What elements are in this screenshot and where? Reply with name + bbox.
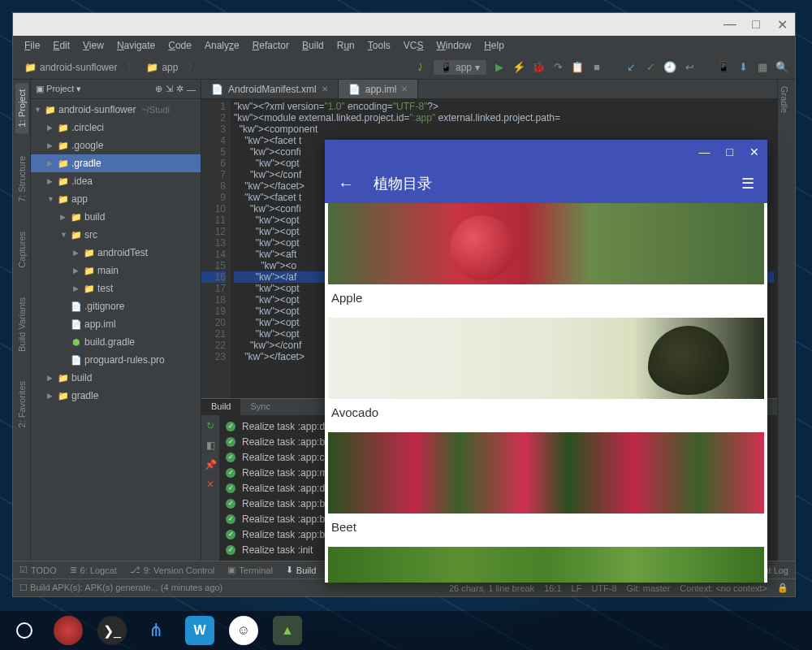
menu-vcs[interactable]: VCS [399, 38, 429, 53]
menu-analyze[interactable]: Analyze [200, 38, 244, 53]
clear-icon[interactable]: ✕ [206, 479, 214, 490]
vcs-update-icon[interactable]: ↙ [624, 61, 637, 74]
project-tree[interactable]: ▼📁android-sunflower~/Studi▶📁.circleci▶📁.… [31, 99, 201, 561]
tree-item[interactable]: ▶📁.gradle [31, 154, 201, 172]
tree-item[interactable]: ▼📁src [31, 226, 201, 244]
vcs-history-icon[interactable]: 🕘 [663, 61, 676, 74]
plant-list-item[interactable]: Avocado [328, 318, 764, 422]
tree-item[interactable]: ▼📁app [31, 190, 201, 208]
plant-list-item[interactable] [328, 547, 764, 583]
back-icon[interactable]: ← [338, 175, 354, 193]
vscode-icon[interactable]: ⋔ [141, 616, 171, 645]
tree-root[interactable]: ▼📁android-sunflower~/Studi [31, 101, 201, 119]
build-tab-build[interactable]: Build [201, 399, 240, 415]
attach-debugger-icon[interactable]: 📋 [571, 61, 584, 74]
tree-item[interactable]: ▶📁main [31, 262, 201, 280]
tree-item[interactable]: 📄.gitignore [31, 297, 201, 315]
plant-list-item[interactable]: Beet [328, 432, 764, 537]
status-line-separator[interactable]: LF [572, 583, 582, 593]
tool-window-build-variants[interactable]: Build Variants [15, 291, 28, 358]
tree-item[interactable]: ▶📁.idea [31, 172, 201, 190]
tool-window-favorites[interactable]: 2: Favorites [15, 375, 28, 434]
taskbar-app-icon[interactable]: ☺ [229, 616, 258, 645]
toggle-view-icon[interactable]: ◧ [206, 440, 215, 451]
status-git-branch[interactable]: Git: master [627, 583, 671, 593]
project-view-selector[interactable]: ▣ Project ▾ [36, 84, 81, 94]
sdk-manager-icon[interactable]: ⬇ [736, 61, 749, 74]
tool-window-build[interactable]: ⬇ Build [286, 565, 316, 575]
make-project-icon[interactable]: ⤸ [414, 61, 427, 74]
plant-list[interactable]: Apple Avocado Beet [325, 203, 767, 583]
debug-button[interactable]: 🐞 [532, 61, 545, 74]
status-position[interactable]: 16:1 [544, 583, 561, 593]
editor-tab[interactable]: 📄AndroidManifest.xml✕ [201, 80, 339, 98]
launcher-icon[interactable] [10, 616, 39, 645]
status-context[interactable]: Context: <no context> [680, 583, 767, 593]
menu-build[interactable]: Build [297, 38, 329, 53]
build-tab-sync[interactable]: Sync [240, 399, 279, 415]
tool-window-todo[interactable]: ☑ TODO [19, 565, 57, 575]
menu-refactor[interactable]: Refactor [248, 38, 294, 53]
taskbar-app-icon[interactable] [54, 616, 83, 645]
breadcrumb-module[interactable]: 📁 app [141, 60, 183, 75]
tree-item[interactable]: ▶📁build [31, 208, 201, 226]
menu-code[interactable]: Code [163, 38, 197, 53]
filter-icon[interactable]: ☰ [741, 175, 754, 193]
menu-tools[interactable]: Tools [363, 38, 395, 53]
tool-window-structure[interactable]: 7: Structure [15, 150, 28, 209]
run-configuration-selector[interactable]: 📱 app ▾ [434, 60, 486, 75]
pin-icon[interactable]: 📌 [205, 459, 217, 470]
stop-button[interactable]: ■ [590, 61, 603, 74]
tree-item[interactable]: ▶📁gradle [31, 387, 201, 405]
menu-view[interactable]: View [78, 38, 109, 53]
menu-help[interactable]: Help [479, 38, 509, 53]
close-tab-icon[interactable]: ✕ [322, 84, 328, 93]
vcs-commit-icon[interactable]: ✓ [644, 61, 657, 74]
tree-item[interactable]: ▶📁build [31, 369, 201, 387]
tree-item[interactable]: ▶📁.circleci [31, 119, 201, 136]
panel-settings-icon[interactable]: ✲ [176, 84, 184, 94]
tree-item[interactable]: 📄proguard-rules.pro [31, 351, 201, 369]
tree-item[interactable]: 📄app.iml [31, 315, 201, 333]
maximize-button[interactable]: □ [746, 16, 766, 32]
menu-edit[interactable]: Edit [48, 38, 75, 53]
avd-manager-icon[interactable]: 📱 [717, 61, 730, 74]
tool-window-vcs[interactable]: ⎇ 9: Version Control [130, 565, 214, 575]
tree-item[interactable]: ⬢build.gradle [31, 333, 201, 351]
menu-file[interactable]: File [19, 38, 45, 53]
menu-window[interactable]: Window [431, 38, 476, 53]
tool-window-gradle[interactable]: Gradle [778, 80, 791, 119]
menu-navigate[interactable]: Navigate [112, 38, 160, 53]
close-tab-icon[interactable]: ✕ [401, 84, 408, 93]
tool-window-logcat[interactable]: ≣ 6: Logcat [70, 565, 117, 575]
rerun-icon[interactable]: ↻ [206, 420, 214, 431]
emulator-minimize-button[interactable]: — [699, 145, 710, 158]
breadcrumb-root[interactable]: 📁 android-sunflower [19, 60, 122, 75]
vcs-revert-icon[interactable]: ↩ [683, 61, 696, 74]
emulator-close-button[interactable]: ✕ [749, 145, 759, 158]
close-button[interactable]: ✕ [772, 16, 792, 32]
run-button[interactable]: ▶ [493, 61, 506, 74]
tree-item[interactable]: ▶📁androidTest [31, 244, 201, 262]
apply-changes-icon[interactable]: ⚡ [512, 61, 525, 74]
plant-list-item[interactable]: Apple [328, 203, 764, 308]
tree-item[interactable]: ▶📁test [31, 280, 201, 297]
terminal-icon[interactable]: ❯_ [97, 616, 127, 645]
scroll-from-source-icon[interactable]: ⊕ [155, 84, 162, 94]
wps-icon[interactable]: W [185, 616, 214, 645]
tool-window-terminal[interactable]: ▣ Terminal [227, 565, 273, 575]
editor-tab[interactable]: 📄app.iml✕ [339, 80, 419, 98]
status-encoding[interactable]: UTF-8 [591, 583, 616, 593]
emulator-maximize-button[interactable]: □ [727, 145, 733, 158]
tree-item[interactable]: ▶📁.google [31, 136, 201, 154]
lock-icon[interactable]: 🔒 [777, 583, 788, 593]
layout-inspector-icon[interactable]: ▦ [756, 61, 769, 74]
minimize-button[interactable]: — [720, 16, 740, 32]
menu-run[interactable]: Run [332, 38, 360, 53]
profile-icon[interactable]: ↷ [551, 61, 564, 74]
android-studio-icon[interactable]: ▲ [273, 616, 302, 645]
search-everywhere-icon[interactable]: 🔍 [775, 61, 788, 74]
hide-panel-icon[interactable]: — [187, 84, 196, 94]
tool-window-project[interactable]: 1: Project [15, 83, 28, 133]
tool-window-captures[interactable]: Captures [15, 225, 28, 275]
